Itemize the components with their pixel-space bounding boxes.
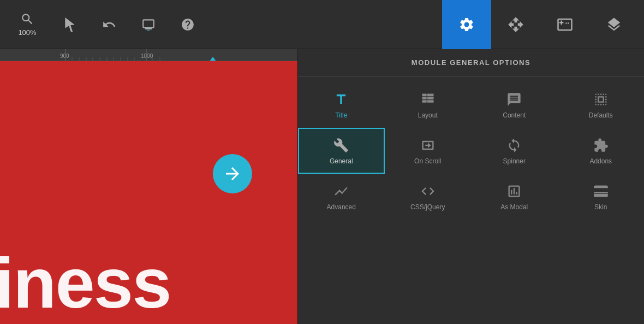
title-icon — [333, 92, 349, 107]
settings-icon — [458, 16, 475, 33]
advanced-icon — [333, 184, 349, 199]
main-area: 900 1000 i — [0, 49, 644, 324]
option-asmodal-label: As Modal — [500, 203, 528, 211]
option-general-label: General — [330, 157, 353, 165]
undo-icon — [102, 17, 116, 32]
option-defaults[interactable]: Defaults — [558, 82, 645, 128]
option-advanced-label: Advanced — [327, 203, 356, 211]
option-asmodal[interactable]: As Modal — [471, 174, 558, 220]
right-panel: MODULE GENERAL OPTIONS Title Layout — [297, 49, 644, 324]
move-icon — [508, 16, 524, 33]
option-content[interactable]: Content — [471, 82, 558, 128]
options-grid: Title Layout Content De — [298, 76, 644, 225]
spinner-icon — [506, 138, 522, 153]
option-advanced[interactable]: Advanced — [298, 174, 385, 220]
svg-marker-16 — [210, 57, 216, 61]
option-cssjquery[interactable]: CSS/jQuery — [385, 174, 472, 220]
toolbar-left: 100% — [5, 0, 442, 49]
responsive-button[interactable] — [130, 0, 167, 49]
zoom-button[interactable]: 100% — [5, 0, 49, 49]
option-layout[interactable]: Layout — [385, 82, 472, 128]
content-icon — [506, 92, 522, 107]
zoom-value: 100% — [18, 28, 36, 37]
option-layout-label: Layout — [418, 111, 438, 119]
general-icon — [333, 138, 349, 153]
option-title[interactable]: Title — [298, 82, 385, 128]
tab-layers[interactable] — [589, 0, 639, 49]
cssjquery-icon — [420, 184, 436, 199]
ruler: 900 1000 — [0, 49, 297, 61]
layers-icon — [606, 16, 622, 33]
tab-settings[interactable] — [442, 0, 491, 49]
onscroll-icon — [420, 138, 436, 153]
toolbar-right — [442, 0, 639, 49]
option-spinner-label: Spinner — [503, 157, 526, 165]
addons-icon — [593, 138, 609, 153]
toolbar: 100% — [0, 0, 644, 49]
search-icon — [20, 12, 34, 26]
canvas-content: iness — [0, 61, 297, 324]
option-skin[interactable]: Skin — [558, 174, 645, 220]
ruler-svg: 900 1000 — [0, 49, 297, 61]
undo-button[interactable] — [91, 0, 128, 49]
svg-text:900: 900 — [60, 53, 69, 59]
tab-media[interactable] — [540, 0, 589, 49]
option-spinner[interactable]: Spinner — [471, 128, 558, 174]
help-icon — [181, 17, 195, 32]
skin-icon — [593, 184, 609, 199]
canvas-text: iness — [0, 248, 170, 319]
option-content-label: Content — [503, 111, 526, 119]
panel-title: MODULE GENERAL OPTIONS — [298, 49, 644, 76]
option-onscroll[interactable]: On Scroll — [385, 128, 472, 174]
option-defaults-label: Defaults — [589, 111, 613, 119]
svg-text:1000: 1000 — [141, 53, 153, 59]
help-button[interactable] — [169, 0, 206, 49]
arrow-right-icon — [223, 164, 242, 184]
option-addons[interactable]: Addons — [558, 128, 645, 174]
arrow-button[interactable] — [213, 154, 252, 193]
layout-icon — [420, 92, 436, 107]
cursor-icon — [63, 17, 77, 32]
asmodal-icon — [506, 184, 522, 199]
monitor-icon — [141, 17, 156, 32]
option-general[interactable]: General — [298, 128, 385, 174]
media-icon — [557, 16, 573, 33]
option-addons-label: Addons — [589, 157, 612, 165]
tab-move[interactable] — [491, 0, 540, 49]
option-onscroll-label: On Scroll — [414, 157, 441, 165]
select-tool-button[interactable] — [51, 0, 88, 49]
defaults-icon — [593, 92, 609, 107]
option-title-label: Title — [335, 111, 347, 119]
option-cssjquery-label: CSS/jQuery — [410, 203, 445, 211]
option-skin-label: Skin — [594, 203, 607, 211]
canvas-area: 900 1000 i — [0, 49, 297, 324]
